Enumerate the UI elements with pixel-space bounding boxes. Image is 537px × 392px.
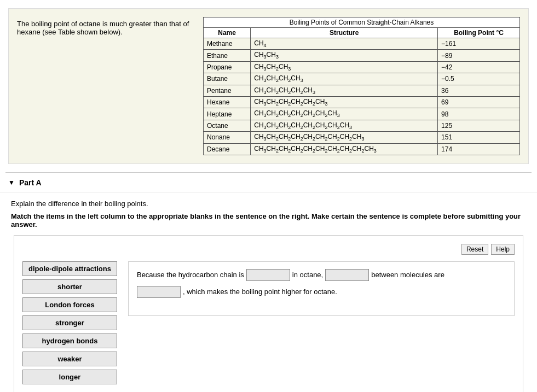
part-a-content: Explain the difference in their boiling … <box>0 193 537 392</box>
right-column: Because the hydrocarbon chain is in octa… <box>128 261 515 316</box>
table-row: OctaneCH3CH2CH2CH2CH2CH2CH2CH3125 <box>204 120 520 131</box>
sentence-part1: Because the hydrocarbon chain is <box>137 268 244 281</box>
table-row: ButaneCH3CH2CH2CH3−0.5 <box>204 73 520 85</box>
blank-2[interactable] <box>325 269 369 281</box>
table-row: HeptaneCH3CH2CH2CH2CH2CH2CH398 <box>204 108 520 120</box>
part-a-label: Part A <box>19 178 42 187</box>
drag-item[interactable]: longer <box>22 370 117 384</box>
controls-bar: Reset Help <box>22 244 515 255</box>
table-row: DecaneCH3CH2CH2CH2CH2CH2CH2CH2CH2CH3174 <box>204 143 520 155</box>
info-box: The boiling point of octane is much grea… <box>8 8 529 164</box>
reset-button[interactable]: Reset <box>461 244 488 255</box>
collapse-arrow-icon[interactable]: ▼ <box>8 179 15 186</box>
part-a-header: ▼ Part A <box>0 173 537 193</box>
sentence-part2: in octane, <box>292 268 323 281</box>
col-header-bp: Boiling Point °C <box>438 28 520 38</box>
help-button[interactable]: Help <box>491 244 515 255</box>
col-header-structure: Structure <box>251 28 438 38</box>
drag-item[interactable]: weaker <box>22 352 117 366</box>
blank-3[interactable] <box>137 286 181 298</box>
drag-item[interactable]: stronger <box>22 315 117 330</box>
col-header-name: Name <box>204 28 251 38</box>
boiling-points-table: Boiling Points of Common Straight-Chain … <box>203 17 520 155</box>
explain-text: Explain the difference in their boiling … <box>11 200 526 208</box>
table-row: PropaneCH3CH2CH3−42 <box>204 61 520 73</box>
match-area: dipole-dipole attractionsshorterLondon f… <box>22 261 515 384</box>
table-row: NonaneCH3CH2CH2CH2CH2CH2CH2CH2CH3151 <box>204 132 520 143</box>
sentence-line-2: , which makes the boiling point higher f… <box>137 285 506 298</box>
table-title: Boiling Points of Common Straight-Chain … <box>204 17 520 28</box>
info-text: The boiling point of octane is much grea… <box>17 17 192 36</box>
left-column: dipole-dipole attractionsshorterLondon f… <box>22 261 117 384</box>
sentence-part3: between molecules are <box>371 268 444 281</box>
drag-item[interactable]: dipole-dipole attractions <box>22 261 117 276</box>
info-paragraph: The boiling point of octane is much grea… <box>17 20 189 36</box>
table-row: HexaneCH3CH2CH2CH2CH2CH369 <box>204 96 520 108</box>
drag-item[interactable]: shorter <box>22 279 117 294</box>
table-row: MethaneCH4−161 <box>204 38 520 50</box>
table-row: PentaneCH3CH2CH2CH2CH336 <box>204 85 520 96</box>
instruction-text: Match the items in the left column to th… <box>11 212 526 229</box>
blank-1[interactable] <box>246 269 290 281</box>
table-container: Boiling Points of Common Straight-Chain … <box>203 17 520 155</box>
sentence-line-1: Because the hydrocarbon chain is in octa… <box>137 268 506 281</box>
sentence-part4: , which makes the boiling point higher f… <box>183 285 337 298</box>
drag-item[interactable]: London forces <box>22 297 117 312</box>
interactive-area: Reset Help dipole-dipole attractionsshor… <box>14 235 523 392</box>
table-row: EthaneCH3CH3−89 <box>204 50 520 61</box>
drag-item[interactable]: hydrogen bonds <box>22 334 117 348</box>
